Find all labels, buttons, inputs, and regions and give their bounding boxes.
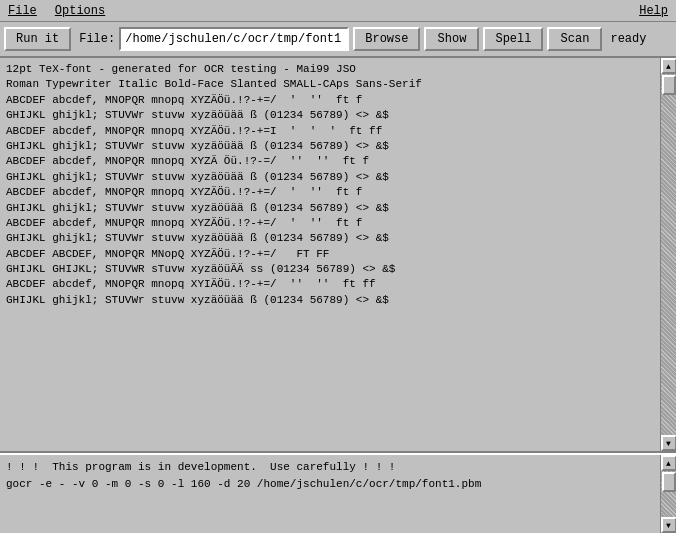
text-line: GHIJKL ghijkl; STUVWr stuvw xyzäöüää ß (… [6,201,654,216]
file-input[interactable] [119,27,349,51]
console-line: ! ! ! This program is in development. Us… [6,459,654,476]
text-line: ABCDEF abcdef, MNOPQR mnopq XYZÄÖü.!?-+=… [6,93,654,108]
toolbar: Run it File: Browse Show Spell Scan read… [0,22,676,58]
text-line: GHIJKL ghijkl; STUVWr stuvw xyzäöüää ß (… [6,108,654,123]
menu-help[interactable]: Help [635,3,672,19]
console-scroll-track[interactable] [661,471,677,517]
console-scroll-thumb[interactable] [662,472,676,492]
text-line: ABCDEF abcdef, MNOPQR mnopq XYIÄÖü.!?-+=… [6,277,654,292]
menubar-right: Help [635,4,672,18]
text-line: 12pt TeX-font - generated for OCR testin… [6,62,654,77]
scroll-down-button[interactable]: ▼ [661,435,677,451]
scroll-track[interactable] [661,74,677,435]
text-scrollbar: ▲ ▼ [660,58,676,451]
text-line: Roman Typewriter Italic Bold-Face Slante… [6,77,654,92]
menubar: File Options Help [0,0,676,22]
show-button[interactable]: Show [424,27,479,51]
scroll-up-button[interactable]: ▲ [661,58,677,74]
console-area: ! ! ! This program is in development. Us… [0,453,676,533]
text-content: 12pt TeX-font - generated for OCR testin… [0,58,660,451]
console-scroll-down-button[interactable]: ▼ [661,517,677,533]
menu-options[interactable]: Options [51,3,109,19]
text-line: GHIJKL ghijkl; STUVWr stuvw xyzäöüää ß (… [6,231,654,246]
text-line: GHIJKL ghijkl; STUVWr stuvw xyzäöüää ß (… [6,139,654,154]
console-line: gocr -e - -v 0 -m 0 -s 0 -l 160 -d 20 /h… [6,476,654,493]
text-line: GHIJKL ghijkl; STUVWr stuvw xyzäöüää ß (… [6,293,654,308]
text-line: ABCDEF abcdef, MNOPQR mnopq XYZÄ Öü.!?-=… [6,154,654,169]
text-line: ABCDEF abcdef, MNUPQR mnopq XYZÄÖü.!?-+=… [6,216,654,231]
text-area: 12pt TeX-font - generated for OCR testin… [0,58,676,453]
text-line: ABCDEF abcdef, MNOPQR mnopq XYZÄÖü.!?-+=… [6,124,654,139]
console-scrollbar: ▲ ▼ [660,455,676,533]
runit-button[interactable]: Run it [4,27,71,51]
text-line: GHIJKL GHIJKL; STUVWR sTuvw xyzäöüÄÄ ss … [6,262,654,277]
menubar-left: File Options [4,3,109,19]
status-label: ready [610,32,646,46]
text-line: GHIJKL ghijkl; STUVWr stuvw xyzäöüää ß (… [6,170,654,185]
spell-button[interactable]: Spell [483,27,543,51]
scan-button[interactable]: Scan [547,27,602,51]
console-scroll-up-button[interactable]: ▲ [661,455,677,471]
text-line: ABCDEF abcdef, MNOPQR mnopq XYZÄÖü.!?-+=… [6,185,654,200]
text-line: ABCDEF ABCDEF, MNOPQR MNopQ XYZÄÖü.!?-+=… [6,247,654,262]
menu-file[interactable]: File [4,3,41,19]
file-label: File: [79,32,115,46]
console-content: ! ! ! This program is in development. Us… [0,455,660,533]
main-area: 12pt TeX-font - generated for OCR testin… [0,58,676,533]
browse-button[interactable]: Browse [353,27,420,51]
scroll-thumb[interactable] [662,75,676,95]
